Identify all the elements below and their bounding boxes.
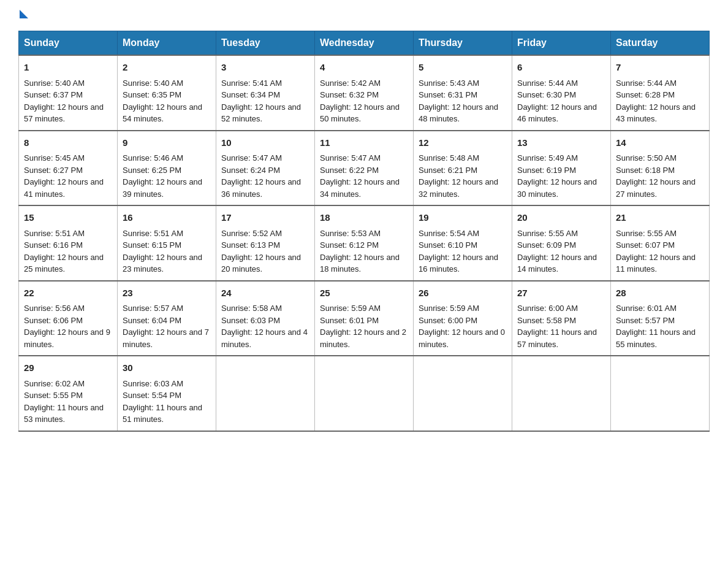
day-info: Sunrise: 5:44 AMSunset: 6:28 PMDaylight:…: [616, 77, 704, 125]
calendar-cell: [611, 356, 710, 431]
calendar-week-row: 15Sunrise: 5:51 AMSunset: 6:16 PMDayligh…: [19, 205, 710, 281]
day-number: 11: [320, 136, 408, 150]
calendar-cell: 11Sunrise: 5:47 AMSunset: 6:22 PMDayligh…: [315, 131, 414, 206]
calendar-cell: 4Sunrise: 5:42 AMSunset: 6:32 PMDaylight…: [315, 55, 414, 131]
day-number: 29: [24, 361, 112, 375]
day-info: Sunrise: 5:45 AMSunset: 6:27 PMDaylight:…: [24, 152, 112, 200]
calendar-week-row: 22Sunrise: 5:56 AMSunset: 6:06 PMDayligh…: [19, 281, 710, 356]
day-info: Sunrise: 5:44 AMSunset: 6:30 PMDaylight:…: [517, 77, 605, 125]
day-number: 6: [517, 61, 605, 75]
calendar-cell: 5Sunrise: 5:43 AMSunset: 6:31 PMDaylight…: [414, 55, 512, 131]
calendar-cell: 15Sunrise: 5:51 AMSunset: 6:16 PMDayligh…: [19, 205, 118, 281]
day-info: Sunrise: 5:55 AMSunset: 6:07 PMDaylight:…: [616, 228, 704, 275]
weekday-header-saturday: Saturday: [611, 31, 710, 56]
day-info: Sunrise: 5:56 AMSunset: 6:06 PMDaylight:…: [24, 302, 112, 350]
day-info: Sunrise: 5:48 AMSunset: 6:21 PMDaylight:…: [419, 152, 507, 200]
calendar-cell: 14Sunrise: 5:50 AMSunset: 6:18 PMDayligh…: [611, 131, 710, 206]
day-number: 15: [24, 211, 112, 225]
day-number: 1: [24, 61, 112, 75]
calendar-cell: [512, 356, 611, 431]
day-number: 3: [221, 61, 309, 75]
day-number: 18: [320, 211, 408, 225]
day-info: Sunrise: 5:43 AMSunset: 6:31 PMDaylight:…: [419, 77, 507, 125]
calendar-cell: 12Sunrise: 5:48 AMSunset: 6:21 PMDayligh…: [414, 131, 512, 206]
day-number: 7: [616, 61, 704, 75]
day-number: 10: [221, 136, 309, 150]
day-number: 5: [419, 61, 507, 75]
calendar-body: 1Sunrise: 5:40 AMSunset: 6:37 PMDaylight…: [19, 55, 710, 431]
day-number: 19: [419, 211, 507, 225]
day-number: 13: [517, 136, 605, 150]
logo-line1: [18, 12, 28, 21]
calendar-cell: [216, 356, 315, 431]
calendar-cell: 23Sunrise: 5:57 AMSunset: 6:04 PMDayligh…: [118, 281, 216, 356]
calendar-week-row: 29Sunrise: 6:02 AMSunset: 5:55 PMDayligh…: [19, 356, 710, 431]
calendar-cell: 9Sunrise: 5:46 AMSunset: 6:25 PMDaylight…: [118, 131, 216, 206]
day-number: 14: [616, 136, 704, 150]
day-info: Sunrise: 5:47 AMSunset: 6:24 PMDaylight:…: [221, 152, 309, 200]
day-info: Sunrise: 5:55 AMSunset: 6:09 PMDaylight:…: [517, 228, 605, 275]
day-info: Sunrise: 5:49 AMSunset: 6:19 PMDaylight:…: [517, 152, 605, 200]
day-number: 17: [221, 211, 309, 225]
calendar-cell: 24Sunrise: 5:58 AMSunset: 6:03 PMDayligh…: [216, 281, 315, 356]
day-number: 23: [123, 286, 211, 301]
day-number: 27: [517, 286, 605, 301]
calendar-cell: 29Sunrise: 6:02 AMSunset: 5:55 PMDayligh…: [19, 356, 118, 431]
day-info: Sunrise: 5:41 AMSunset: 6:34 PMDaylight:…: [221, 77, 309, 125]
calendar-cell: 22Sunrise: 5:56 AMSunset: 6:06 PMDayligh…: [19, 281, 118, 356]
weekday-header-tuesday: Tuesday: [216, 31, 315, 56]
calendar-cell: 30Sunrise: 6:03 AMSunset: 5:54 PMDayligh…: [118, 356, 216, 431]
day-info: Sunrise: 6:01 AMSunset: 5:57 PMDaylight:…: [616, 302, 704, 350]
day-info: Sunrise: 5:47 AMSunset: 6:22 PMDaylight:…: [320, 152, 408, 200]
weekday-header-row: SundayMondayTuesdayWednesdayThursdayFrid…: [19, 31, 710, 56]
day-number: 26: [419, 286, 507, 301]
day-number: 16: [123, 211, 211, 225]
calendar-cell: 25Sunrise: 5:59 AMSunset: 6:01 PMDayligh…: [315, 281, 414, 356]
weekday-header-monday: Monday: [118, 31, 216, 56]
day-number: 12: [419, 136, 507, 150]
calendar-cell: 3Sunrise: 5:41 AMSunset: 6:34 PMDaylight…: [216, 55, 315, 131]
calendar-cell: 20Sunrise: 5:55 AMSunset: 6:09 PMDayligh…: [512, 205, 611, 281]
day-number: 30: [123, 361, 211, 375]
calendar-cell: 6Sunrise: 5:44 AMSunset: 6:30 PMDaylight…: [512, 55, 611, 131]
day-info: Sunrise: 6:03 AMSunset: 5:54 PMDaylight:…: [123, 378, 211, 426]
day-number: 8: [24, 136, 112, 150]
calendar-cell: 21Sunrise: 5:55 AMSunset: 6:07 PMDayligh…: [611, 205, 710, 281]
day-info: Sunrise: 5:57 AMSunset: 6:04 PMDaylight:…: [123, 302, 211, 350]
day-number: 25: [320, 286, 408, 301]
calendar-cell: 7Sunrise: 5:44 AMSunset: 6:28 PMDaylight…: [611, 55, 710, 131]
day-info: Sunrise: 5:50 AMSunset: 6:18 PMDaylight:…: [616, 152, 704, 200]
logo-triangle-icon: [20, 10, 28, 18]
calendar-cell: 8Sunrise: 5:45 AMSunset: 6:27 PMDaylight…: [19, 131, 118, 206]
day-number: 21: [616, 211, 704, 225]
calendar-cell: 17Sunrise: 5:52 AMSunset: 6:13 PMDayligh…: [216, 205, 315, 281]
weekday-header-sunday: Sunday: [19, 31, 118, 56]
day-info: Sunrise: 6:00 AMSunset: 5:58 PMDaylight:…: [517, 302, 605, 350]
logo: [18, 12, 28, 18]
calendar-cell: 19Sunrise: 5:54 AMSunset: 6:10 PMDayligh…: [414, 205, 512, 281]
day-info: Sunrise: 5:59 AMSunset: 6:00 PMDaylight:…: [419, 302, 507, 350]
day-number: 4: [320, 61, 408, 75]
day-info: Sunrise: 5:58 AMSunset: 6:03 PMDaylight:…: [221, 302, 309, 350]
day-info: Sunrise: 5:52 AMSunset: 6:13 PMDaylight:…: [221, 228, 309, 275]
weekday-header-thursday: Thursday: [414, 31, 512, 56]
calendar-cell: [414, 356, 512, 431]
day-info: Sunrise: 5:59 AMSunset: 6:01 PMDaylight:…: [320, 302, 408, 350]
calendar-cell: 13Sunrise: 5:49 AMSunset: 6:19 PMDayligh…: [512, 131, 611, 206]
day-number: 22: [24, 286, 112, 301]
day-info: Sunrise: 5:51 AMSunset: 6:16 PMDaylight:…: [24, 228, 112, 275]
day-number: 2: [123, 61, 211, 75]
weekday-header-friday: Friday: [512, 31, 611, 56]
day-number: 20: [517, 211, 605, 225]
day-info: Sunrise: 5:51 AMSunset: 6:15 PMDaylight:…: [123, 228, 211, 275]
calendar-cell: 1Sunrise: 5:40 AMSunset: 6:37 PMDaylight…: [19, 55, 118, 131]
day-info: Sunrise: 5:40 AMSunset: 6:35 PMDaylight:…: [123, 77, 211, 125]
day-info: Sunrise: 5:54 AMSunset: 6:10 PMDaylight:…: [419, 228, 507, 275]
day-info: Sunrise: 5:53 AMSunset: 6:12 PMDaylight:…: [320, 228, 408, 275]
day-number: 28: [616, 286, 704, 301]
calendar-cell: 28Sunrise: 6:01 AMSunset: 5:57 PMDayligh…: [611, 281, 710, 356]
calendar-table: SundayMondayTuesdayWednesdayThursdayFrid…: [18, 31, 710, 432]
page-header: [18, 12, 710, 18]
calendar-cell: 27Sunrise: 6:00 AMSunset: 5:58 PMDayligh…: [512, 281, 611, 356]
calendar-week-row: 1Sunrise: 5:40 AMSunset: 6:37 PMDaylight…: [19, 55, 710, 131]
